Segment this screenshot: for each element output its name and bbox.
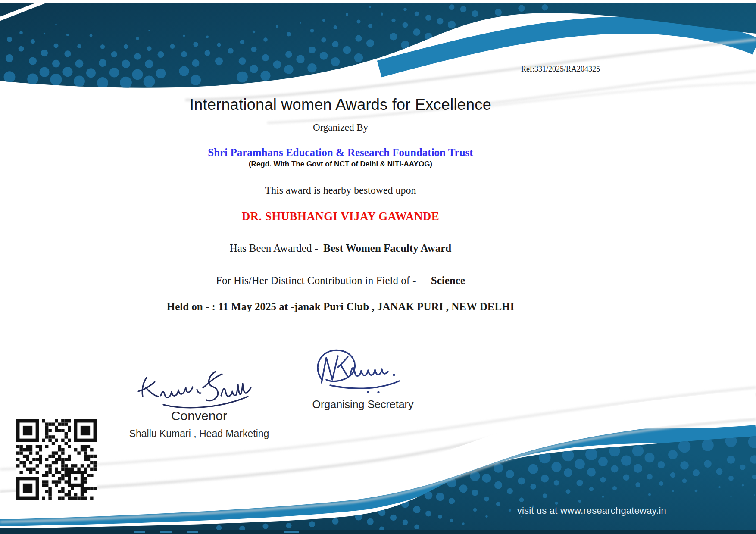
qr-code-icon — [16, 419, 97, 500]
website-link: visit us at www.researchgateway.in — [517, 505, 666, 516]
field-line: For His/Her Distinct Contribution in Fie… — [0, 275, 681, 287]
top-halftone-dots — [4, 4, 548, 89]
bestowed-line: This award is hearby bestowed upon — [0, 184, 681, 196]
top-dark-wave — [0, 3, 756, 88]
top-light-band — [379, 25, 756, 69]
certificate-page: Ref:331/2025/RA204325 International wome… — [0, 0, 756, 534]
organising-secretary-signature-block: Organising Secretary — [290, 345, 436, 411]
convenor-signature-block: Convenor Shallu Kumari , Head Marketing — [126, 365, 272, 440]
bottom-edge-dashes — [134, 531, 299, 533]
field-prefix: For His/Her Distinct Contribution in Fie… — [216, 275, 416, 286]
organized-by-label: Organized By — [0, 122, 681, 133]
bottom-halftone-dots — [216, 435, 756, 532]
recipient-name: DR. SHUBHANGI VIJAY GAWANDE — [0, 210, 681, 223]
award-line: Has Been Awarded - Best Women Faculty Aw… — [0, 242, 681, 254]
convenor-title: Convenor — [126, 409, 272, 423]
organising-secretary-title: Organising Secretary — [290, 398, 436, 411]
organising-secretary-signature-icon — [303, 345, 423, 396]
convenor-name-line: Shallu Kumari , Head Marketing — [126, 428, 272, 440]
event-line: Held on - : 11 May 2025 at -janak Puri C… — [0, 301, 681, 313]
registration-line: (Regd. With The Govt of NCT of Delhi & N… — [0, 160, 681, 169]
award-prefix: Has Been Awarded - — [230, 242, 318, 254]
organization-name: Shri Paramhans Education & Research Foun… — [0, 147, 681, 159]
convenor-signature-icon — [132, 365, 266, 409]
bottom-white-swoosh — [0, 404, 756, 506]
reference-number: Ref:331/2025/RA204325 — [521, 65, 600, 74]
award-name: Best Women Faculty Award — [323, 242, 451, 254]
bottom-dark-wave — [0, 436, 756, 534]
field-value: Science — [431, 275, 465, 286]
certificate-title: International women Awards for Excellenc… — [0, 96, 681, 114]
